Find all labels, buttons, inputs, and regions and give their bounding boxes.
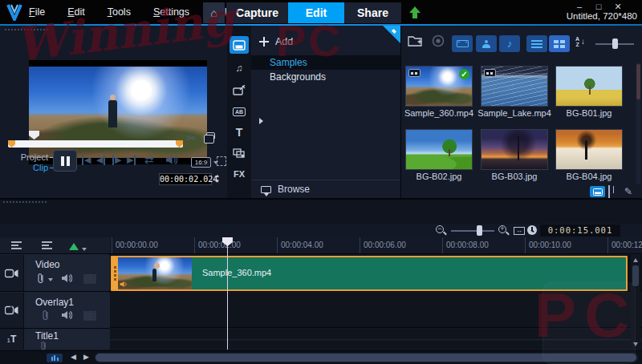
track-options-caret-icon[interactable] [82, 248, 87, 251]
timecode-up-icon[interactable]: ▲ [214, 173, 221, 178]
import-media-icon[interactable] [408, 34, 424, 47]
filter-videos-button[interactable] [452, 35, 473, 52]
library-scrollbar-thumb[interactable] [636, 64, 640, 99]
panel-grip[interactable] [3, 201, 47, 203]
sort-icon[interactable]: AZ [575, 36, 579, 47]
library-scrollbar[interactable] [636, 63, 640, 184]
panel-grip[interactable] [5, 29, 48, 30]
fit-timeline-icon[interactable]: ↔ [514, 227, 525, 235]
nav-title-icon[interactable]: T [230, 123, 249, 141]
ripple-edit-icon[interactable] [42, 309, 50, 321]
timecode-down-icon[interactable]: ▼ [214, 179, 221, 184]
preview-video[interactable] [29, 60, 207, 164]
aspect-ratio-button[interactable]: 16:9 [191, 157, 211, 168]
scroll-down-icon[interactable] [633, 342, 638, 346]
video-track-row[interactable]: Sample_360.mp4 [110, 255, 642, 292]
timeline-zoom-slider-handle[interactable] [477, 225, 482, 236]
list-view-button[interactable] [526, 35, 547, 52]
track-manager-icon[interactable] [11, 241, 22, 249]
media-item-bgb03[interactable] [481, 129, 548, 170]
track-mute-icon[interactable] [61, 310, 72, 320]
timeline-ruler[interactable]: 00:00:00.00 00:00:02.00 00:00:04.00 00:0… [110, 237, 642, 254]
add-folder-icon[interactable] [259, 37, 269, 47]
timeline-horizontal-scrollbar[interactable] [95, 353, 638, 362]
preview-timecode[interactable]: 00:00:02.024 [159, 173, 212, 185]
pin-icon[interactable] [383, 26, 400, 43]
track-transparency-icon[interactable]: ░░ [83, 274, 96, 283]
thumb-size-slider-handle[interactable] [612, 38, 618, 49]
edit-options-button[interactable]: ✎ [624, 186, 632, 197]
scrubber-bar[interactable] [8, 140, 183, 148]
enlarge-preview-icon[interactable] [217, 156, 226, 166]
project-mode-label[interactable]: Project [11, 152, 48, 162]
grid-view-button[interactable] [549, 35, 570, 52]
go-to-start-button[interactable]: ◀ [82, 155, 91, 165]
track-height-button[interactable] [47, 354, 63, 362]
project-duration-timecode[interactable]: 0:00:15.001 [540, 224, 620, 237]
duration-clock-icon[interactable] [527, 225, 537, 235]
timeline-empty-area[interactable] [110, 341, 642, 350]
previous-frame-button[interactable]: ◀ [96, 155, 105, 165]
scroll-right-icon[interactable]: ▶ [83, 353, 89, 361]
track-transparency-icon[interactable]: ░░ [83, 311, 96, 320]
track-mute-icon[interactable] [61, 273, 72, 283]
media-item-samplelake[interactable] [481, 66, 548, 107]
add-remove-track-icon[interactable] [42, 241, 52, 249]
clip-mode-label[interactable]: Clip [11, 163, 48, 172]
overlay-track-header[interactable]: 1 Overlay1 ░░ [0, 293, 110, 329]
tab-share[interactable]: Share [344, 2, 401, 23]
video-track-header[interactable]: Video ░░ [0, 255, 110, 292]
folder-backgrounds[interactable]: Backgrounds [251, 70, 400, 84]
zoom-in-icon[interactable]: + [498, 225, 510, 237]
overlay-track-row[interactable] [110, 293, 642, 328]
playhead-line[interactable] [227, 237, 228, 350]
pause-button[interactable] [53, 150, 77, 172]
media-item-bgb04[interactable] [555, 129, 623, 170]
nav-filter-icon[interactable]: FX [230, 165, 249, 183]
menu-file[interactable]: File [27, 5, 47, 19]
add-folder-label[interactable]: Add [275, 36, 293, 47]
show-library-button[interactable] [590, 186, 605, 197]
folder-samples[interactable]: Samples [251, 55, 400, 70]
nav-media-icon[interactable] [230, 36, 249, 54]
title-track-row[interactable] [110, 329, 642, 340]
capture-options-icon[interactable] [432, 34, 445, 47]
show-options-panel-button[interactable] [608, 186, 610, 197]
expand-icon[interactable] [259, 118, 263, 124]
go-to-end-button[interactable]: ▶ [127, 155, 136, 165]
zoom-out-icon[interactable]: − [436, 225, 447, 237]
ripple-edit-icon[interactable] [37, 273, 45, 284]
ripple-caret-icon[interactable] [48, 278, 53, 281]
scrollbar-thumb[interactable] [95, 354, 636, 362]
update-arrow-icon[interactable] [409, 6, 421, 19]
next-frame-button[interactable]: ▶ [112, 155, 121, 165]
scroll-left-icon[interactable]: ◀ [71, 353, 76, 361]
nav-audio-icon[interactable]: ♫ [230, 59, 249, 77]
scrollbar-thumb[interactable] [632, 265, 639, 286]
menu-edit[interactable]: Edit [66, 5, 87, 19]
title-track-header[interactable]: 1T Title1 [0, 329, 110, 350]
filter-photos-button[interactable] [476, 35, 497, 52]
ripple-edit-icon[interactable] [40, 341, 47, 350]
media-item-sample360[interactable]: ✓ [405, 66, 473, 107]
menu-settings[interactable]: Settings [152, 5, 191, 19]
volume-icon[interactable] [165, 155, 177, 165]
repeat-icon[interactable]: ⇄ [144, 153, 154, 166]
scroll-up-icon[interactable] [633, 258, 638, 262]
timeline-vertical-scrollbar[interactable] [631, 255, 640, 350]
tab-capture[interactable]: Capture [226, 2, 288, 23]
clip-grip[interactable] [112, 257, 118, 289]
nav-transition-icon[interactable]: AB [230, 103, 249, 120]
browse-button[interactable]: Browse [251, 180, 400, 198]
nav-overlay-icon[interactable] [230, 144, 249, 162]
media-item-bgb02[interactable] [405, 129, 473, 170]
grab-frame-icon[interactable] [206, 132, 215, 140]
split-clip-icon[interactable]: ✂ [187, 131, 197, 144]
tab-edit[interactable]: Edit [288, 2, 344, 23]
nav-instant-project-icon[interactable] [230, 81, 249, 99]
menu-tools[interactable]: Tools [106, 5, 132, 19]
media-item-bgb01[interactable] [555, 66, 623, 107]
chroma-key-icon[interactable] [69, 243, 79, 250]
filter-audio-button[interactable]: ♪ [499, 35, 520, 52]
timeline-clip-sample360[interactable]: Sample_360.mp4 [111, 256, 628, 291]
